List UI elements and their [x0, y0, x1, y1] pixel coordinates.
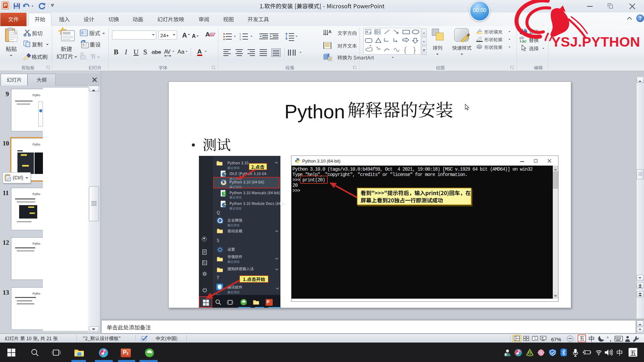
- svg-text:A: A: [328, 29, 332, 34]
- svg-text:3: 3: [239, 38, 241, 41]
- svg-text:2: 2: [239, 36, 241, 38]
- svg-text:A: A: [366, 30, 368, 34]
- svg-text:1: 1: [239, 33, 241, 35]
- svg-text:?: ?: [223, 192, 225, 196]
- svg-text:A: A: [378, 31, 380, 34]
